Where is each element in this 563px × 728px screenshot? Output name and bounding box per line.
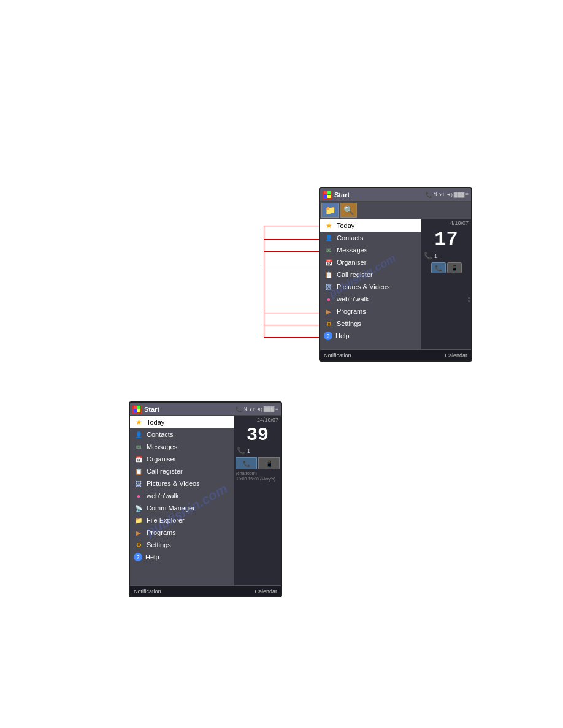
annotation-line-1 xyxy=(264,226,322,226)
phone1-call-icon: 📞 xyxy=(426,192,432,198)
phone2-status-icons: 📞 ⇅ Y↑ ◄) ▓▓▓ ≡ xyxy=(236,406,278,412)
phone2-menu-file-explorer[interactable]: 📁 File Explorer xyxy=(130,514,234,526)
phone2-menu-pictures[interactable]: 🖼 Pictures & Videos xyxy=(130,477,234,490)
phone2-menu-comm-manager[interactable]: 📡 Comm Manager xyxy=(130,502,234,514)
phone2-missed-call-icon: 📞 xyxy=(237,447,245,455)
phone2-menu-messages[interactable]: ✉ Messages xyxy=(130,441,234,453)
phone1-signal-icon: ⇅ xyxy=(434,192,438,197)
phone1-softkey-right[interactable]: Calendar xyxy=(445,352,467,358)
phone2-event-label: 10:00 15:00 (Mary's) xyxy=(234,476,281,482)
phone2-missed-count: 1 xyxy=(247,448,250,454)
phone2-menu-today[interactable]: ★ Today xyxy=(130,416,234,428)
phone1-menu-contacts[interactable]: 👤 Contacts xyxy=(320,232,421,244)
phone2-battery-icon: ▓▓▓ xyxy=(264,406,275,412)
annotation-line-4 xyxy=(264,267,322,267)
messages-icon: ✉ xyxy=(324,245,334,255)
phone2-call-btn[interactable]: 📞 xyxy=(236,457,257,469)
contacts-icon: 👤 xyxy=(324,233,334,243)
phone2-menu-icon: ≡ xyxy=(275,406,278,412)
phone2-messages-icon: ✉ xyxy=(134,442,144,452)
phone-screen-1: Start 📞 ⇅ Y↑ ◄) ▓▓▓ ≡ 📁 🔍 ★ Today 👤 Cont… xyxy=(319,187,472,362)
settings-icon: ⚙ xyxy=(324,319,334,328)
phone2-menu-call-register[interactable]: 📋 Call register xyxy=(130,465,234,477)
phone1-missed-calls: 📞 1 xyxy=(421,251,471,261)
phone1-softkey-bar: Notification Calendar xyxy=(320,349,471,360)
phone1-clock-digits: 17 xyxy=(434,228,458,251)
phone2-softkey-left[interactable]: Notification xyxy=(134,588,161,594)
phone1-menu-settings[interactable]: ⚙ Settings xyxy=(320,317,421,330)
phone1-missed-call-icon: 📞 xyxy=(424,252,432,260)
phone2-phone-btn[interactable]: 📱 xyxy=(258,457,280,469)
annotation-line-7 xyxy=(264,337,322,338)
phone1-call-button[interactable]: 📞 xyxy=(431,262,446,273)
phone2-content: ★ Today 👤 Contacts ✉ Messages 📅 Organise… xyxy=(130,416,281,585)
phone1-menu-programs[interactable]: ▶ Programs xyxy=(320,305,421,317)
phone1-menu-today[interactable]: ★ Today xyxy=(320,219,421,232)
help-icon: ? xyxy=(324,332,332,340)
phone1-network-icon: Y↑ xyxy=(439,192,445,197)
phone1-menu-web[interactable]: ● web'n'walk xyxy=(320,293,421,305)
phone1-menu-organiser[interactable]: 📅 Organiser xyxy=(320,256,421,268)
svg-rect-3 xyxy=(327,195,331,198)
scroll-dot-2 xyxy=(468,300,470,302)
phone2-title: Start xyxy=(144,406,236,413)
scroll-dot-1 xyxy=(468,297,470,299)
today-icon: ★ xyxy=(324,221,334,230)
svg-rect-0 xyxy=(324,191,327,194)
phone1-phone-button[interactable]: 📱 xyxy=(447,262,462,273)
programs-icon: ▶ xyxy=(324,306,334,316)
phone2-network-icon: Y↑ xyxy=(249,406,255,412)
phone2-softkey-bar: Notification Calendar xyxy=(130,585,281,596)
annotation-line-3 xyxy=(264,251,322,252)
phone2-time: 39 xyxy=(234,423,281,446)
phone1-scroll-indicator xyxy=(468,297,470,302)
svg-rect-6 xyxy=(134,409,137,412)
phone1-battery-icon: ▓▓▓ xyxy=(454,192,465,197)
windows-flag-icon xyxy=(323,191,332,199)
annotation-line-2 xyxy=(264,239,322,240)
comm-manager-icon: 📡 xyxy=(134,503,144,513)
phone1-status-icons: 📞 ⇅ Y↑ ◄) ▓▓▓ ≡ xyxy=(426,192,469,198)
phone1-file-icon[interactable]: 📁 xyxy=(321,203,339,218)
phone2-menu-web[interactable]: ● web'n'walk xyxy=(130,490,234,502)
web-icon: ● xyxy=(324,294,334,304)
file-explorer-icon: 📁 xyxy=(134,515,144,525)
svg-rect-1 xyxy=(327,191,331,194)
phone2-today-panel: 24/10/07 39 📞 1 📞 📱 (chatroom) 10:00 15:… xyxy=(234,416,281,585)
phone2-call-icon: 📞 xyxy=(236,406,242,412)
phone2-signal-icon: ⇅ xyxy=(243,406,248,412)
phone1-softkey-left[interactable]: Notification xyxy=(324,352,351,358)
svg-rect-5 xyxy=(137,406,140,409)
phone1-date: 4/10/07 xyxy=(421,219,471,227)
phone1-search-icon[interactable]: 🔍 xyxy=(340,203,357,218)
phone2-today-icon: ★ xyxy=(134,417,144,427)
phone1-menu-help[interactable]: ? Help xyxy=(320,330,421,342)
phone2-softkey-right[interactable]: Calendar xyxy=(255,588,277,594)
phone2-menu-programs[interactable]: ▶ Programs xyxy=(130,526,234,539)
phone2-menu-organiser[interactable]: 📅 Organiser xyxy=(130,453,234,465)
svg-rect-2 xyxy=(324,195,327,198)
phone2-help-icon: ? xyxy=(134,553,142,561)
phone2-titlebar: Start 📞 ⇅ Y↑ ◄) ▓▓▓ ≡ xyxy=(130,403,281,416)
phone1-time: 17 xyxy=(421,227,471,251)
phone2-menu-help[interactable]: ? Help xyxy=(130,551,234,563)
phone2-menu: ★ Today 👤 Contacts ✉ Messages 📅 Organise… xyxy=(130,416,234,585)
phone2-menu-contacts[interactable]: 👤 Contacts xyxy=(130,428,234,441)
phone2-organiser-icon: 📅 xyxy=(134,454,144,464)
phone1-menu-call-register[interactable]: 📋 Call register xyxy=(320,268,421,281)
phone1-menu: ★ Today 👤 Contacts ✉ Messages 📅 Organise… xyxy=(320,219,421,349)
phone2-keypad-area: 📞 📱 xyxy=(234,456,281,471)
phone1-volume-icon: ◄) xyxy=(446,192,453,197)
phone1-phone-icons: 📞 📱 xyxy=(421,261,471,275)
phone1-menu-icon: ≡ xyxy=(465,192,469,197)
phone1-title: Start xyxy=(334,191,426,199)
organiser-icon: 📅 xyxy=(324,257,334,267)
phone2-call-register-icon: 📋 xyxy=(134,466,144,476)
phone2-contacts-icon: 👤 xyxy=(134,430,144,439)
phone1-menu-pictures[interactable]: 🖼 Pictures & Videos xyxy=(320,281,421,293)
phone2-menu-settings[interactable]: ⚙ Settings xyxy=(130,539,234,551)
phone2-missed-calls: 📞 1 xyxy=(234,446,281,456)
phone1-menu-messages[interactable]: ✉ Messages xyxy=(320,244,421,256)
pictures-icon: 🖼 xyxy=(324,282,334,292)
phone1-missed-count: 1 xyxy=(434,253,437,259)
